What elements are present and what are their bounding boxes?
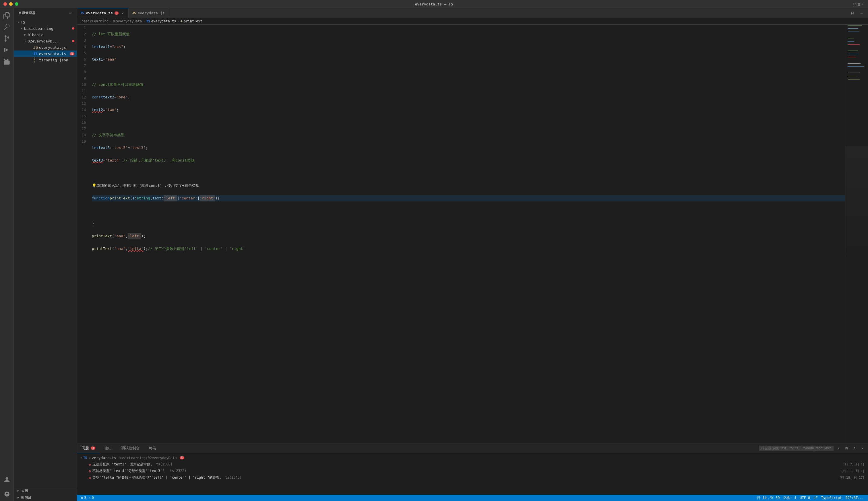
panel-layout-icon[interactable]: ⊟ <box>843 445 850 451</box>
tree-item-ts-root[interactable]: ▾ TS <box>14 19 77 25</box>
code-line-5: // const常量不可以重新赋值 <box>92 82 845 88</box>
breadcrumb-ts-icon: TS <box>146 20 150 23</box>
sidebar-more-icon[interactable]: ⋯ <box>69 10 72 15</box>
minimize-button[interactable] <box>9 2 13 6</box>
code-line-12 <box>92 170 845 176</box>
panel-tab-output[interactable]: 输出 <box>100 443 117 453</box>
error-icon-1: ⊗ <box>88 462 91 467</box>
error-pos-2: [行 11, 列 1] <box>841 469 865 473</box>
tree-item-01basic[interactable]: ▶ 01basic <box>14 32 77 38</box>
tree-item-tsconfig[interactable]: { } tsconfig.json <box>14 57 77 63</box>
more-actions-icon[interactable]: ⋯ <box>862 1 865 7</box>
outline-label: 大纲 <box>21 489 74 493</box>
panel-tab-terminal[interactable]: 终端 <box>144 443 161 453</box>
status-position[interactable]: 行 14，列 39 <box>755 495 781 500</box>
bottom-panel: 问题 3 输出 调试控制台 终端 ⚡ ⊟ ∧ × <box>77 443 868 495</box>
split-editor-icon[interactable]: ⊟ <box>853 1 856 7</box>
js-file-icon: JS <box>33 45 38 50</box>
activity-bar-item-extensions[interactable] <box>2 56 12 66</box>
more-tabs-button[interactable]: ⋯ <box>858 9 866 17</box>
tab-label-everydata-ts: everydata.ts <box>86 11 113 15</box>
tree-arrow-basiclearning: ▾ <box>20 26 24 31</box>
error-item-3[interactable]: ⊗ 类型"'lefta'"的参数不能赋给类型"'left' | 'center'… <box>77 474 868 481</box>
activity-bar-item-source-control[interactable] <box>2 33 12 44</box>
outline-section: ▶ 大纲 ▶ 时间线 <box>14 487 77 501</box>
tab-label-everydata-js: everydata.js <box>137 11 165 15</box>
error-text-2: 不能将类型"'text4'"分配给类型"'text3'"。 ts(2322) <box>93 469 839 473</box>
error-group-everydata-ts[interactable]: ▾ TS everydata.ts basicLearning/02everyd… <box>77 455 868 461</box>
titlebar-actions: ⊟ ▤ ⋯ <box>853 1 865 7</box>
activity-bar-item-settings[interactable] <box>2 488 12 499</box>
split-editor-button[interactable]: ⊡ <box>848 9 857 17</box>
warning-count: 0 <box>92 496 94 500</box>
editor-area: TS everydata.ts 3 × JS everydata.js ⊡ ⋯ … <box>77 8 868 501</box>
error-item-2[interactable]: ⊗ 不能将类型"'text4'"分配给类型"'text3'"。 ts(2322)… <box>77 468 868 474</box>
close-button[interactable] <box>3 2 7 6</box>
tabs-bar: TS everydata.ts 3 × JS everydata.js ⊡ ⋯ <box>77 8 868 18</box>
activity-bar-item-explorer[interactable] <box>2 10 12 21</box>
tree-item-basiclearning[interactable]: ▾ basicLearning <box>14 25 77 32</box>
code-editor[interactable]: 1 2 3 4 5 6 7 8 9 10 11 12 13 14 15 16 1 <box>77 25 845 443</box>
error-pos-3: [行 18, 列 17] <box>839 476 865 480</box>
panel-tabs: 问题 3 输出 调试控制台 终端 ⚡ ⊟ ∧ × <box>77 443 868 454</box>
error-pos-1: [行 7, 列 1] <box>843 462 865 467</box>
code-line-16: } <box>92 220 845 227</box>
minimap-canvas <box>845 25 868 145</box>
collapse-icon: ▾ <box>81 456 82 459</box>
tree-arrow-02everyday: ▾ <box>23 39 28 43</box>
output-label: 输出 <box>105 446 112 451</box>
status-language[interactable]: TypeScript <box>819 496 844 500</box>
breadcrumb-printtext[interactable]: printText <box>184 19 202 23</box>
window-controls[interactable] <box>3 2 18 6</box>
breadcrumb-basiclearning[interactable]: basicLearning <box>82 19 108 23</box>
error-item-1[interactable]: ⊗ 无法分配到 "text2"，因为它是常数。 ts(2588) [行 7, 列… <box>77 461 868 468</box>
tree-item-everydata-ts[interactable]: TS everydata.ts 3 <box>14 51 77 57</box>
panel-filter-input[interactable] <box>759 446 834 451</box>
status-encoding[interactable]: UTF-8 <box>798 496 812 500</box>
debug-console-label: 调试控制台 <box>121 446 140 451</box>
position-text: 行 14，列 39 <box>757 495 780 500</box>
tree-item-02everyday[interactable]: ▾ 02everydayD... <box>14 38 77 44</box>
panel-tab-debug-console[interactable]: 调试控制台 <box>117 443 144 453</box>
timeline-header[interactable]: ▶ 时间线 <box>14 494 77 501</box>
error-count: 3 <box>84 496 86 500</box>
activity-bar-item-run[interactable] <box>2 45 12 55</box>
filter-icon[interactable]: ⚡ <box>835 445 841 451</box>
activity-bar-item-accounts[interactable] <box>2 475 12 485</box>
tab-everydata-js[interactable]: JS everydata.js <box>129 8 168 18</box>
code-line-19 <box>92 258 845 265</box>
code-line-18: printText("aaa",'lefta'); // 第二个参数只能是'le… <box>92 246 845 252</box>
status-bar: ⊗ 3 ⚠ 0 行 14，列 39 空格: 4 UTF-8 LF <box>77 495 868 501</box>
status-eol[interactable]: LF <box>812 496 819 500</box>
tree-item-everydata-js[interactable]: JS everydata.js <box>14 44 77 51</box>
group-filepath: basicLearning/02everydayData <box>118 456 177 460</box>
panel-content: ▾ TS everydata.ts basicLearning/02everyd… <box>77 454 868 495</box>
tab-close-everydata-ts[interactable]: × <box>120 11 125 15</box>
code-line-10: let text3: 'text3' = 'text3'; <box>92 145 845 151</box>
error-dot-basiclearning <box>72 27 74 30</box>
panel-up-icon[interactable]: ∧ <box>851 445 858 451</box>
eol-text: LF <box>814 496 817 500</box>
activity-bar-item-search[interactable] <box>2 22 12 32</box>
tab-everydata-ts[interactable]: TS everydata.ts 3 × <box>77 8 129 18</box>
sidebar-header: 资源管理器 ⋯ <box>14 8 77 18</box>
breadcrumb-02everydaydata[interactable]: 02everydayData <box>113 19 142 23</box>
tab-icon-ts: TS <box>81 11 84 15</box>
activity-bar <box>0 8 14 501</box>
toggle-sidebar-icon[interactable]: ▤ <box>858 1 860 7</box>
code-line-17: printText("aaa",'left'); <box>92 233 845 239</box>
breadcrumb-everydata-ts[interactable]: everydata.ts <box>151 19 176 23</box>
error-icon-2: ⊗ <box>88 469 91 473</box>
status-extras[interactable]: SDP:AT... <box>844 496 866 500</box>
panel-close-icon[interactable]: × <box>859 445 866 451</box>
status-spaces[interactable]: 空格: 4 <box>781 495 798 500</box>
status-errors[interactable]: ⊗ 3 ⚠ 0 <box>79 495 96 501</box>
panel-tab-problems[interactable]: 问题 3 <box>77 443 100 453</box>
maximize-button[interactable] <box>15 2 18 6</box>
code-line-4 <box>92 69 845 75</box>
code-content[interactable]: // let 可以重新赋值 let text1 = "acs"; text1 =… <box>91 25 845 443</box>
code-minimap-container: 1 2 3 4 5 6 7 8 9 10 11 12 13 14 15 16 1 <box>77 25 868 443</box>
tabs-actions: ⊡ ⋯ <box>848 8 868 18</box>
code-line-7: text2 = "two"; <box>92 107 845 113</box>
outline-header[interactable]: ▶ 大纲 <box>14 487 77 494</box>
